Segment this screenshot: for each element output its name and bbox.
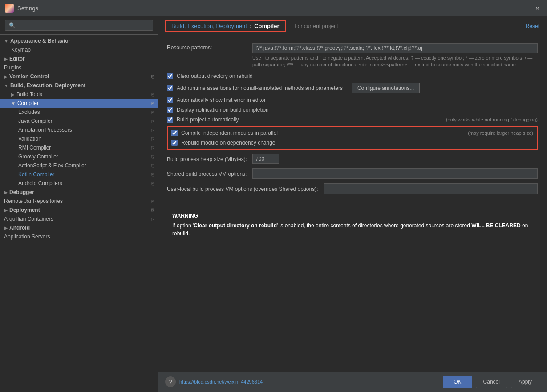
sidebar-item-rmi-compiler[interactable]: RMI Compiler ⎘ (0, 143, 158, 152)
sidebar-item-label: Android (9, 225, 30, 231)
sidebar-item-java-compiler[interactable]: Java Compiler ⎘ (0, 117, 158, 125)
sidebar-item-arquillian[interactable]: Arquillian Containers ⎘ (0, 214, 158, 223)
parallel-modules-checkbox[interactable] (171, 130, 178, 136)
arrow-icon (4, 57, 8, 61)
arrow-icon (4, 190, 8, 195)
copy-icon: ⎘ (151, 172, 154, 177)
ok-button[interactable]: OK (443, 376, 472, 388)
breadcrumb-parent[interactable]: Build, Execution, Deployment (171, 23, 247, 29)
cancel-button[interactable]: Cancel (476, 376, 507, 388)
build-automatically-label: Build project automatically (177, 117, 239, 123)
sidebar-item-plugins[interactable]: Plugins (0, 63, 158, 72)
display-notification-label: Display notification on build completion (177, 107, 269, 113)
breadcrumb-current: Compiler (254, 23, 279, 29)
sidebar-item-validation[interactable]: Validation ⎘ (0, 134, 158, 143)
build-automatically-checkbox[interactable] (167, 117, 173, 123)
sidebar-item-debugger[interactable]: Debugger (0, 188, 158, 197)
resource-patterns-input[interactable] (252, 43, 538, 53)
checkbox-parallel-modules: Compile independent modules in parallel … (171, 130, 533, 136)
heap-size-input[interactable] (252, 154, 279, 164)
copy-icon: ⎘ (151, 128, 154, 133)
breadcrumb-bar: Build, Execution, Deployment › Compiler … (158, 16, 547, 36)
help-button[interactable]: ? (165, 376, 176, 387)
runtime-assertions-label: Add runtime assertions for notnull-annot… (177, 85, 343, 91)
sidebar-item-version-control[interactable]: Version Control ⎘ (0, 72, 158, 81)
display-notification-checkbox[interactable] (167, 107, 173, 113)
search-box (0, 16, 158, 35)
sidebar-item-android[interactable]: Android (0, 223, 158, 232)
warning-title: WARNING! (172, 213, 532, 219)
copy-icon: ⎘ (151, 74, 154, 79)
rebuild-dependency-label: Rebuild module on dependency change (181, 140, 276, 146)
sidebar-item-build-execution[interactable]: Build, Execution, Deployment (0, 81, 158, 90)
sidebar-item-label: Arquillian Containers (4, 216, 53, 222)
sidebar-item-label: Appearance & Behavior (10, 38, 70, 44)
build-automatically-hint: (only works while not running / debuggin… (446, 117, 538, 122)
app-icon (5, 4, 14, 13)
sidebar-item-label: RMI Compiler (18, 145, 51, 151)
sidebar-item-editor[interactable]: Editor (0, 54, 158, 63)
configure-annotations-button[interactable]: Configure annotations... (352, 83, 420, 93)
sidebar-item-appearance[interactable]: Appearance & Behavior (0, 36, 158, 45)
sidebar-item-label: Application Servers (4, 234, 50, 240)
user-vm-input[interactable] (324, 183, 538, 194)
sidebar-item-excludes[interactable]: Excludes ⎘ (0, 108, 158, 117)
sidebar-item-label: Validation (18, 136, 41, 142)
copy-icon: ⎘ (151, 154, 154, 159)
sidebar-item-label: Plugins (4, 65, 21, 71)
apply-button[interactable]: Apply (511, 376, 539, 388)
settings-content: Resource patterns: Use ; to separate pat… (158, 36, 547, 372)
breadcrumb-highlighted: Build, Execution, Deployment › Compiler (165, 20, 286, 32)
sidebar-item-kotlin[interactable]: Kotlin Compiler ⎘ (0, 170, 158, 179)
clear-output-checkbox[interactable] (167, 73, 173, 79)
runtime-assertions-checkbox[interactable] (167, 85, 173, 91)
window-title: Settings (17, 5, 533, 12)
arrow-icon (4, 74, 8, 79)
shared-vm-row: Shared build process VM options: (167, 168, 538, 179)
sidebar-item-app-servers[interactable]: Application Servers (0, 232, 158, 241)
user-vm-label: User-local build process VM options (ove… (167, 185, 318, 192)
sidebar-item-label: Keymap (11, 47, 31, 53)
sidebar-item-label: ActionScript & Flex Compiler (18, 162, 86, 169)
sidebar-item-groovy-compiler[interactable]: Groovy Compiler ⎘ (0, 152, 158, 161)
checkbox-display-notification: Display notification on build completion (167, 107, 538, 113)
checkbox-runtime-assertions: Add runtime assertions for notnull-annot… (167, 83, 538, 93)
sidebar: Appearance & Behavior Keymap Editor Plug… (0, 16, 158, 392)
sidebar-item-actionscript[interactable]: ActionScript & Flex Compiler ⎘ (0, 161, 158, 170)
checkbox-rebuild-dependency: Rebuild module on dependency change (171, 140, 533, 146)
copy-icon: ⎘ (151, 181, 154, 186)
sidebar-item-label: Java Compiler (18, 118, 53, 124)
sidebar-item-label: Groovy Compiler (18, 154, 58, 160)
rebuild-dependency-checkbox[interactable] (171, 140, 178, 146)
sidebar-item-keymap[interactable]: Keymap (0, 45, 158, 54)
sidebar-item-label: Kotlin Compiler (18, 171, 54, 178)
copy-icon: ⎘ (151, 208, 154, 213)
copy-icon: ⎘ (151, 92, 154, 97)
sidebar-item-compiler[interactable]: Compiler ⎘ (0, 99, 158, 108)
reset-link[interactable]: Reset (526, 23, 539, 29)
copy-icon: ⎘ (151, 199, 154, 204)
main-panel: Build, Execution, Deployment › Compiler … (158, 16, 547, 392)
breadcrumb-project: For current project (295, 23, 338, 29)
close-button[interactable]: × (533, 4, 542, 13)
checkbox-clear-output: Clear output directory on rebuild (167, 73, 538, 79)
checkbox-show-first-error: Automatically show first error in editor (167, 97, 538, 103)
heap-size-label: Build process heap size (Mbytes): (167, 155, 247, 162)
nav-tree: Appearance & Behavior Keymap Editor Plug… (0, 35, 158, 392)
copy-icon: ⎘ (151, 163, 154, 168)
sidebar-item-deployment[interactable]: Deployment ⎘ (0, 206, 158, 214)
warning-text: If option 'Clear output directory on reb… (172, 222, 532, 238)
arrow-icon (4, 39, 8, 44)
heap-size-row: Build process heap size (Mbytes): (167, 154, 538, 164)
settings-window: Settings × Appearance & Behavior Keymap (0, 0, 547, 392)
parallel-modules-label: Compile independent modules in parallel (181, 130, 278, 136)
shared-vm-input[interactable] (252, 168, 538, 179)
sidebar-item-build-tools[interactable]: Build Tools ⎘ (0, 90, 158, 99)
sidebar-item-remote-jar[interactable]: Remote Jar Repositories ⎘ (0, 197, 158, 206)
sidebar-item-annotation-processors[interactable]: Annotation Processors ⎘ (0, 125, 158, 134)
sidebar-item-android-compilers[interactable]: Android Compilers ⎘ (0, 179, 158, 188)
search-input[interactable] (5, 20, 153, 31)
show-first-error-checkbox[interactable] (167, 97, 173, 103)
footer-link[interactable]: https://blog.csdn.net/weixin_44296614 (179, 379, 263, 384)
show-first-error-label: Automatically show first error in editor (177, 97, 266, 103)
